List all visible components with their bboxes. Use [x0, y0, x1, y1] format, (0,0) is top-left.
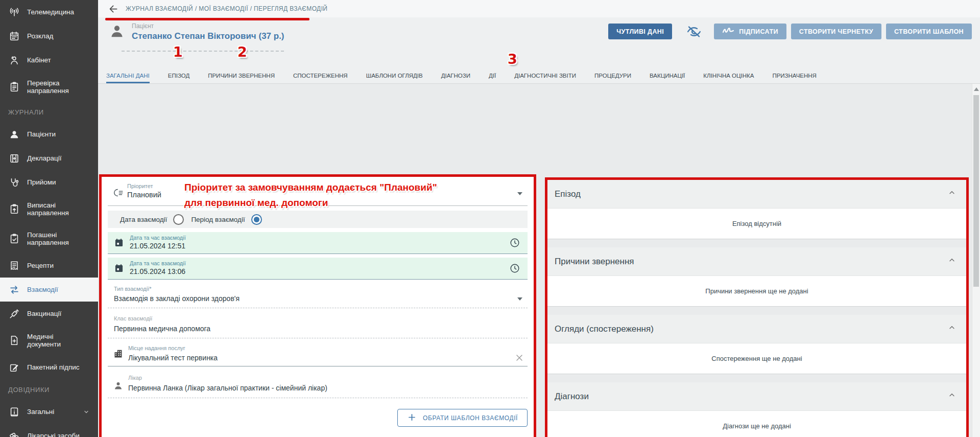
doctor-label: Лікар [128, 375, 142, 381]
tab-vaccinations[interactable]: ВАКЦИНАЦІЇ [650, 68, 685, 83]
datetime-start-value: 21.05.2024 12:51 [130, 242, 185, 250]
datetime-end-field[interactable]: Дата та час взаємодії 21.05.2024 13:06 [108, 258, 528, 280]
accordion-title: Огляди (спостереження) [555, 324, 654, 334]
tab-diagnostic-reports[interactable]: ДІАГНОСТИЧНІ ЗВІТИ [514, 68, 576, 83]
clipboard-up-icon [8, 203, 20, 215]
sidebar-item-patients[interactable]: Пацієнти [0, 122, 98, 146]
sidebar-item-cabinet[interactable]: Кабінет [0, 48, 98, 72]
scrollbar-thumb[interactable] [973, 95, 979, 287]
accordion-body-episode: Епізод відсутній [547, 209, 966, 239]
accordion-title: Діагнози [555, 392, 589, 402]
priority-dropdown-arrow[interactable] [517, 192, 522, 195]
breadcrumb[interactable]: ЖУРНАЛ ВЗАЄМОДІЙ / МОЇ ВЗАЄМОДІЇ / ПЕРЕГ… [126, 5, 327, 12]
period-radio[interactable] [251, 214, 262, 225]
tab-general-data[interactable]: ЗАГАЛЬНІ ДАНІ [106, 68, 150, 83]
accordion-header-observations[interactable]: Огляди (спостереження) [547, 315, 966, 343]
clear-icon[interactable] [514, 353, 524, 363]
sidebar-item-general[interactable]: Загальні [0, 400, 98, 424]
clock-icon[interactable] [509, 237, 520, 250]
accordion-header-visit-reasons[interactable]: Причини звернення [547, 247, 966, 276]
sidebar-item-label: Декларації [27, 154, 62, 162]
service-place-label: Місце надання послуг [128, 345, 185, 351]
sidebar-item-label: Вакцинації [27, 310, 61, 317]
sidebar-item-appointments[interactable]: Прийоми [0, 170, 98, 194]
sidebar-item-declarations[interactable]: Декларації [0, 146, 98, 170]
back-button[interactable] [108, 4, 119, 14]
sidebar-item-label: Пакетний підпис [27, 363, 80, 371]
accordion-title: Епізод [555, 189, 581, 199]
sidebar-item-interactions[interactable]: Взаємодії [0, 278, 98, 302]
sidebar-item-label: Телемедицина [27, 8, 74, 16]
datetime-start-field[interactable]: Дата та час взаємодії 21.05.2024 12:51 [108, 232, 528, 254]
accordion-header-diagnoses[interactable]: Діагнози [547, 382, 966, 411]
header-zone: ЖУРНАЛ ВЗАЄМОДІЙ / МОЇ ВЗАЄМОДІЇ / ПЕРЕГ… [98, 0, 980, 84]
interaction-type-label: Тип взаємодії* [114, 286, 152, 292]
sidebar-item-issued-referrals[interactable]: Виписані направлення [0, 194, 98, 224]
date-radio-label: Дата взаємодії [120, 216, 167, 223]
create-draft-button[interactable]: СТВОРИТИ ЧЕРНЕТКУ [791, 24, 881, 39]
tab-diagnoses[interactable]: ДІАГНОЗИ [441, 68, 470, 83]
datetime-end-value: 21.05.2024 13:06 [130, 267, 185, 275]
scrollbar-up-arrow[interactable] [974, 87, 979, 91]
patient-name[interactable]: Степанко Степан Вікторович (37 р.) [132, 31, 284, 41]
accordion-title: Причини звернення [555, 257, 634, 267]
chevron-up-icon [948, 189, 956, 199]
accordion-body-diagnoses: Діагнози ще не додані [547, 411, 966, 437]
tab-actions[interactable]: ДІЇ [489, 68, 496, 83]
book-plus-icon [8, 152, 20, 165]
eye-off-icon[interactable] [686, 24, 702, 39]
tab-procedures[interactable]: ПРОЦЕДУРИ [594, 68, 631, 83]
clock-icon[interactable] [509, 263, 520, 276]
choose-interaction-template-button[interactable]: ОБРАТИ ШАБЛОН ВЗАЄМОДІЇ [397, 409, 528, 427]
tab-episode[interactable]: ЕПІЗОД [168, 68, 189, 83]
sidebar-item-referral-check[interactable]: Перевірка направлення [0, 72, 98, 102]
annotation-note-line2: для первинної мед. допомоги [184, 195, 437, 211]
date-radio[interactable] [173, 214, 184, 225]
sidebar-section-reference: ДОВІДНИКИ [0, 379, 98, 400]
action-buttons: ЧУТЛИВІ ДАНІ ПІДПИСАТИ СТВОРИТИ ЧЕРНЕТКУ… [608, 24, 972, 39]
accordion-body-observations: Спостереження ще не додані [547, 343, 966, 374]
interaction-class-value: Первинна медична допомога [114, 325, 210, 333]
priority-label: Пріоритет [127, 183, 153, 189]
sidebar-item-telemedicine[interactable]: Телемедицина [0, 0, 98, 24]
sidebar-item-recipes[interactable]: Рецепти [0, 254, 98, 278]
choose-template-label: ОБРАТИ ШАБЛОН ВЗАЄМОДІЇ [423, 415, 518, 422]
sidebar-item-schedule[interactable]: Розклад [0, 24, 98, 48]
app-root: { "sidebar": { "sections": { "journals":… [0, 0, 980, 437]
service-place-underline [108, 366, 528, 366]
sidebar-item-redeemed-referrals[interactable]: Погашені направлення [0, 224, 98, 254]
sidebar-item-batch-signature[interactable]: Пакетний підпис [0, 355, 98, 379]
signature-icon [722, 27, 734, 36]
sidebar-section-journals: ЖУРНАЛИ [0, 102, 98, 122]
building-icon [113, 349, 124, 359]
accordion-header-episode[interactable]: Епізод [547, 180, 966, 209]
sidebar-item-label: Кабінет [27, 56, 51, 64]
plus-icon [407, 412, 417, 424]
interaction-type-dropdown-arrow[interactable] [517, 297, 522, 301]
sign-button[interactable]: ПІДПИСАТИ [714, 24, 786, 39]
tab-exam-templates[interactable]: ШАБЛОНИ ОГЛЯДІВ [366, 68, 423, 83]
sidebar-item-label: Прийоми [27, 178, 56, 186]
service-place-value[interactable]: Лікувальний тест первинка [128, 354, 218, 362]
priority-value[interactable]: Плановий [127, 191, 161, 199]
sidebar-item-label: Погашені направлення [27, 231, 83, 246]
tab-prescriptions[interactable]: ПРИЗНАЧЕННЯ [772, 68, 816, 83]
sign-button-label: ПІДПИСАТИ [739, 28, 778, 35]
pills-icon [8, 430, 20, 437]
tab-observations[interactable]: СПОСТЕРЕЖЕННЯ [293, 68, 348, 83]
sidebar-item-label: Виписані направлення [27, 201, 83, 217]
clipboard-lines-icon [8, 81, 20, 93]
sidebar-item-medical-documents[interactable]: Медичні документи [0, 326, 98, 355]
vertical-scrollbar[interactable] [972, 84, 980, 437]
patient-dashed-underline [122, 51, 284, 52]
sidebar-item-medicines[interactable]: Лікарські засоби [0, 424, 98, 437]
interaction-type-value[interactable]: Взаємодія в закладі охорони здоров'я [114, 294, 240, 303]
sidebar-item-vaccinations[interactable]: Вакцинації [0, 302, 98, 326]
main-area: ЖУРНАЛ ВЗАЄМОДІЙ / МОЇ ВЗАЄМОДІЇ / ПЕРЕГ… [98, 0, 980, 437]
sensitive-data-button[interactable]: ЧУТЛИВІ ДАНІ [608, 24, 672, 39]
tab-clinical-assessment[interactable]: КЛІНІЧНА ОЦІНКА [703, 68, 754, 83]
tab-visit-reasons[interactable]: ПРИЧИНИ ЗВЕРНЕННЯ [208, 68, 275, 83]
accordion-spacer [547, 374, 966, 382]
sidebar-item-label: Лікарські засоби [27, 432, 80, 437]
create-template-button[interactable]: СТВОРИТИ ШАБЛОН [886, 24, 972, 39]
